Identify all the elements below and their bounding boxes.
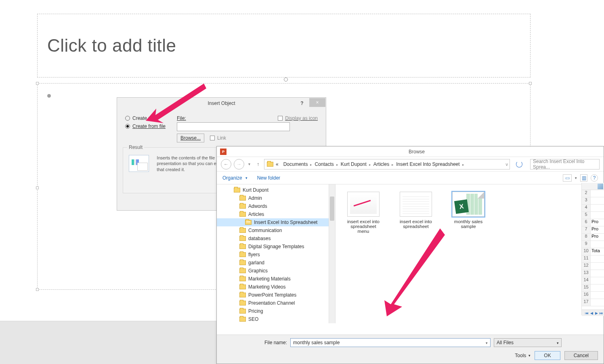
breadcrumb-item[interactable]: Insert Excel Into Spreadsheet: [396, 161, 459, 167]
file-name-input[interactable]: monthly sales sample: [290, 338, 491, 347]
slide-title-placeholder[interactable]: Click to add title: [37, 14, 531, 77]
row-cell: Pro: [591, 234, 604, 241]
tree-node[interactable]: Pricing: [217, 307, 335, 315]
view-thumbnails-button[interactable]: ▭: [563, 174, 572, 182]
view-preview-button[interactable]: ▥: [580, 174, 587, 182]
tree-node-label: Graphics: [248, 268, 268, 274]
browse-toolbar: Organize New folder ▭ ▾ ▥ ?: [217, 172, 604, 184]
image-file-icon: [347, 192, 380, 217]
file-type-select[interactable]: All Files: [494, 338, 562, 347]
help-button[interactable]: ?: [297, 99, 307, 107]
file-item[interactable]: Xmonthly sales sample: [450, 192, 487, 229]
row-number: 17: [582, 299, 591, 306]
ok-button[interactable]: OK: [535, 351, 560, 360]
row-cell: [591, 277, 604, 284]
folder-icon: [239, 260, 246, 265]
preview-row: 13: [582, 270, 604, 277]
excel-scroll[interactable]: ⏮ ◀ ▶ ⏭: [582, 310, 604, 316]
tree-node[interactable]: databases: [217, 234, 335, 243]
breadcrumb-item[interactable]: Kurt Dupont: [341, 161, 367, 167]
row-cell: [591, 212, 604, 219]
scroll-last-icon[interactable]: ⏭: [599, 311, 603, 315]
file-path-input[interactable]: [177, 122, 290, 131]
radio-icon: [125, 116, 130, 121]
scroll-first-icon[interactable]: ⏮: [585, 311, 589, 315]
tools-dropdown[interactable]: Tools: [515, 353, 531, 358]
nav-history-dropdown[interactable]: ▾: [248, 162, 250, 166]
chevron-down-icon[interactable]: [557, 340, 559, 345]
chevron-down-icon[interactable]: [486, 340, 488, 345]
bullet-icon: [47, 94, 51, 98]
organize-button[interactable]: Organize: [222, 175, 247, 181]
breadcrumb-item[interactable]: Documents: [283, 161, 308, 167]
scrollbar[interactable]: [329, 184, 335, 323]
resize-handle[interactable]: [36, 82, 39, 85]
rotate-handle-icon[interactable]: [284, 77, 288, 82]
tree-node[interactable]: Admin: [217, 194, 335, 202]
breadcrumb-item[interactable]: Contacts: [315, 161, 333, 167]
file-item[interactable]: insert excel into spreadsheet menu: [345, 192, 382, 234]
nav-up-button[interactable]: ↑: [257, 161, 259, 167]
tree-node[interactable]: Marketing Videos: [217, 283, 335, 291]
tree-node-label: databases: [248, 236, 271, 241]
tree-node[interactable]: Kurt Dupont: [217, 186, 335, 194]
preview-row: 11: [582, 255, 604, 263]
tree-node[interactable]: SEO: [217, 315, 335, 323]
help-icon[interactable]: ?: [591, 174, 598, 182]
scroll-prev-icon[interactable]: ◀: [589, 311, 594, 315]
tree-node[interactable]: garland: [217, 259, 335, 267]
folder-tree[interactable]: Kurt DupontAdminAdwordsArticlesInsert Ex…: [217, 184, 336, 323]
file-name-value: monthly sales sample: [293, 340, 340, 345]
resize-handle[interactable]: [36, 186, 39, 189]
row-cell: [591, 263, 604, 270]
link-checkbox[interactable]: Link: [210, 135, 226, 141]
tree-node[interactable]: flyers: [217, 251, 335, 259]
tree-node-label: PowerPoint Templates: [248, 292, 296, 298]
search-input[interactable]: Search Insert Excel Into Sprea...: [530, 159, 600, 169]
row-cell: [591, 270, 604, 277]
chevron-down-icon[interactable]: v: [506, 162, 508, 167]
row-number: 5: [582, 212, 591, 219]
file-item[interactable]: insert excel into spreadsheet: [398, 192, 434, 229]
tree-node[interactable]: Graphics: [217, 267, 335, 275]
tree-node[interactable]: Articles: [217, 210, 335, 218]
browse-button[interactable]: Browse...: [177, 134, 204, 142]
row-number: 11: [582, 255, 591, 262]
display-as-icon-checkbox[interactable]: Display as icon: [278, 115, 318, 121]
tree-node[interactable]: Marketing Materials: [217, 275, 335, 283]
create-new-radio[interactable]: Create new: [125, 115, 170, 121]
nav-back-button[interactable]: ←: [221, 159, 231, 169]
preview-row: 7Pro: [582, 226, 604, 234]
tree-node[interactable]: PowerPoint Templates: [217, 291, 335, 299]
close-button[interactable]: ×: [309, 98, 325, 107]
create-from-file-radio[interactable]: Create from file: [125, 123, 170, 129]
scroll-next-icon[interactable]: ▶: [594, 311, 598, 315]
file-name-label: File name:: [222, 340, 287, 345]
nav-forward-button[interactable]: →: [234, 159, 244, 169]
checkbox-icon: [278, 116, 283, 121]
refresh-button[interactable]: [514, 159, 524, 169]
file-list[interactable]: insert excel into spreadsheet menuinsert…: [336, 184, 604, 323]
file-item-label: monthly sales sample: [450, 219, 487, 229]
tree-node[interactable]: Communication: [217, 226, 335, 234]
breadcrumb-item[interactable]: Articles: [373, 161, 389, 167]
tree-node[interactable]: Insert Excel Into Spreadsheet: [217, 218, 329, 226]
cancel-button[interactable]: Cancel: [564, 351, 598, 360]
tree-node[interactable]: Digital Signage Templates: [217, 243, 335, 251]
row-number: 4: [582, 205, 591, 211]
create-new-label: Create new: [132, 115, 157, 121]
preview-row: 9: [582, 241, 604, 248]
file-type-value: All Files: [497, 340, 514, 345]
preview-row: 3: [582, 197, 604, 205]
row-number: 10: [582, 248, 591, 255]
checkbox-icon: [210, 136, 215, 140]
resize-handle[interactable]: [36, 288, 39, 291]
breadcrumb[interactable]: « Documents▸Contacts▸Kurt Dupont▸Article…: [264, 159, 510, 169]
tree-node[interactable]: Presentation Channel: [217, 299, 335, 307]
resize-handle[interactable]: [529, 82, 532, 85]
chevron-down-icon[interactable]: ▾: [575, 176, 577, 180]
new-folder-button[interactable]: New folder: [257, 175, 280, 181]
scrollbar-thumb[interactable]: [330, 197, 334, 221]
file-item-label: insert excel into spreadsheet menu: [345, 219, 382, 234]
tree-node[interactable]: Adwords: [217, 202, 335, 210]
